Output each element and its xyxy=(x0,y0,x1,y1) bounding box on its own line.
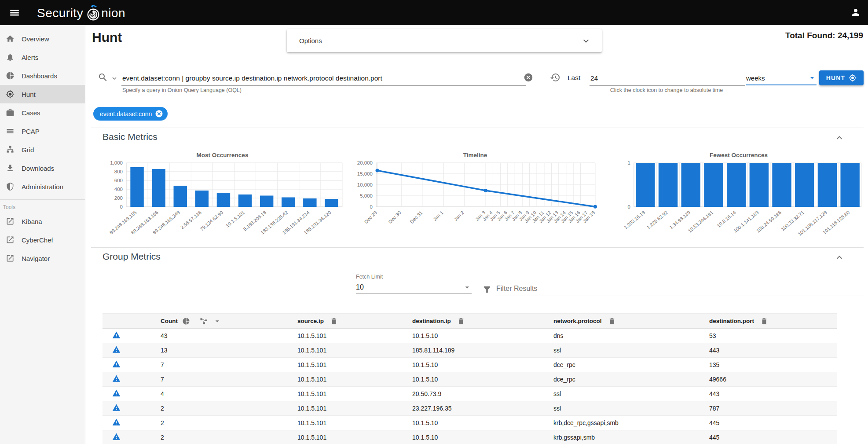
sidebar-item-pcap[interactable]: PCAP xyxy=(0,122,85,140)
cell-source-ip[interactable]: 10.1.5.101 xyxy=(297,405,412,412)
column-header-destination-ip[interactable]: destination.ip xyxy=(412,318,451,324)
time-unit-select[interactable]: weeks xyxy=(746,71,817,85)
cell-count[interactable]: 7 xyxy=(161,376,297,383)
cell-destination-port[interactable]: 787 xyxy=(709,405,837,412)
warning-triangle-icon[interactable] xyxy=(112,345,121,354)
sidebar-item-navigator[interactable]: Navigator xyxy=(0,249,85,268)
cell-destination-port[interactable]: 49666 xyxy=(709,376,837,383)
clear-query-icon[interactable] xyxy=(524,73,533,82)
cell-source-ip[interactable]: 10.1.5.101 xyxy=(297,419,412,426)
time-amount-input[interactable] xyxy=(590,71,745,86)
cell-count[interactable]: 2 xyxy=(161,434,297,441)
warning-triangle-icon[interactable] xyxy=(112,374,121,383)
warning-triangle-icon[interactable] xyxy=(112,433,121,441)
warning-triangle-icon[interactable] xyxy=(112,418,121,426)
relative-time-clock-icon[interactable] xyxy=(550,72,560,83)
cell-destination-ip[interactable]: 10.1.5.10 xyxy=(412,434,553,441)
cell-source-ip[interactable]: 10.1.5.101 xyxy=(297,390,412,397)
trash-icon[interactable] xyxy=(457,317,465,325)
cell-destination-port[interactable]: 445 xyxy=(709,419,837,426)
user-account-icon[interactable] xyxy=(850,7,861,18)
sidebar-item-cases[interactable]: Cases xyxy=(0,103,85,122)
pie-chart-toggle-icon[interactable] xyxy=(182,317,190,325)
group-metrics-collapse-icon[interactable] xyxy=(834,252,845,263)
cell-network-protocol[interactable]: dns xyxy=(553,332,709,339)
most-occurrences-chart[interactable]: Most Occurrences02004006008001,00089.248… xyxy=(103,148,342,252)
trash-icon[interactable] xyxy=(760,317,768,325)
warning-triangle-icon[interactable] xyxy=(112,389,121,397)
fetch-limit-select[interactable]: Fetch Limit 10 xyxy=(356,274,472,294)
cell-destination-ip[interactable]: 10.1.5.10 xyxy=(412,361,553,368)
options-label: Options xyxy=(299,37,322,44)
column-header-source-ip[interactable]: source.ip xyxy=(297,318,324,324)
cell-count[interactable]: 2 xyxy=(161,405,297,412)
hamburger-menu-icon[interactable] xyxy=(9,7,20,18)
sidebar-item-overview[interactable]: Overview xyxy=(0,29,85,48)
cell-network-protocol[interactable]: ssl xyxy=(553,390,709,397)
svg-text:1.34.93.139: 1.34.93.139 xyxy=(668,209,691,230)
filter-chip[interactable]: event.dataset:conn xyxy=(93,107,168,121)
sidebar-item-administration[interactable]: Administration xyxy=(0,177,85,196)
trash-icon[interactable] xyxy=(608,317,616,325)
query-history-caret-icon[interactable] xyxy=(110,74,118,82)
cell-destination-port[interactable]: 53 xyxy=(709,332,837,339)
timeline-chart[interactable]: Timeline05,00010,00015,00020,000Dec 29De… xyxy=(352,148,598,252)
sidebar-item-downloads[interactable]: Downloads xyxy=(0,159,85,177)
cell-destination-port[interactable]: 443 xyxy=(709,390,837,397)
sidebar-item-alerts[interactable]: Alerts xyxy=(0,48,85,66)
cell-destination-ip[interactable]: 10.1.5.10 xyxy=(412,419,553,426)
query-input[interactable] xyxy=(121,71,526,86)
cell-destination-port[interactable]: 445 xyxy=(709,434,837,441)
hunt-button[interactable]: HUNT xyxy=(819,70,864,85)
cell-source-ip[interactable]: 10.1.5.101 xyxy=(297,347,412,354)
chart-options-caret-icon[interactable] xyxy=(213,317,222,326)
cell-count[interactable]: 7 xyxy=(161,361,297,368)
cell-network-protocol[interactable]: krb,gssapi,smb xyxy=(553,434,709,441)
cell-network-protocol[interactable]: ssl xyxy=(553,405,709,412)
cell-source-ip[interactable]: 10.1.5.101 xyxy=(297,434,412,441)
cell-destination-ip[interactable]: 185.81.114.189 xyxy=(412,347,553,354)
warning-triangle-icon[interactable] xyxy=(112,360,121,368)
search-icon[interactable] xyxy=(98,72,108,83)
sidebar-item-kibana[interactable]: Kibana xyxy=(0,212,85,231)
cell-source-ip[interactable]: 10.1.5.101 xyxy=(297,376,412,383)
chevron-down-icon[interactable] xyxy=(581,36,591,46)
cell-destination-ip[interactable]: 10.1.5.10 xyxy=(412,332,553,339)
sidebar-item-hunt[interactable]: Hunt xyxy=(0,85,85,103)
column-header-count[interactable]: Count xyxy=(161,318,178,324)
sitemap-icon xyxy=(6,145,15,154)
basic-metrics-collapse-icon[interactable] xyxy=(834,132,845,143)
sidebar-item-grid[interactable]: Grid xyxy=(0,140,85,159)
cell-source-ip[interactable]: 10.1.5.101 xyxy=(297,361,412,368)
cell-network-protocol[interactable]: dce_rpc xyxy=(553,376,709,383)
cell-destination-ip[interactable]: 10.1.5.10 xyxy=(412,376,553,383)
column-header-destination-port[interactable]: destination.port xyxy=(709,318,754,324)
sankey-diagram-icon[interactable] xyxy=(200,317,208,325)
trash-icon[interactable] xyxy=(330,317,338,325)
filter-results-input[interactable] xyxy=(495,282,864,296)
cell-source-ip[interactable]: 10.1.5.101 xyxy=(297,332,412,339)
cell-destination-port[interactable]: 135 xyxy=(709,361,837,368)
cell-network-protocol[interactable]: ssl xyxy=(553,347,709,354)
cell-count[interactable]: 43 xyxy=(161,332,297,339)
cell-destination-ip[interactable]: 23.227.196.35 xyxy=(412,405,553,412)
svg-text:15,000: 15,000 xyxy=(357,171,373,176)
sidebar-item-cyberchef[interactable]: CyberChef xyxy=(0,231,85,249)
column-header-network-protocol[interactable]: network.protocol xyxy=(553,318,602,324)
warning-triangle-icon[interactable] xyxy=(112,331,121,339)
cell-count[interactable]: 2 xyxy=(161,419,297,426)
sidebar-item-dashboards[interactable]: Dashboards xyxy=(0,66,85,85)
brand-text-left: Security xyxy=(37,6,83,20)
cell-count[interactable]: 4 xyxy=(161,390,297,397)
cell-destination-port[interactable]: 443 xyxy=(709,347,837,354)
cell-network-protocol[interactable]: dce_rpc xyxy=(553,361,709,368)
briefcase-icon xyxy=(6,108,15,117)
hunt-button-label: HUNT xyxy=(826,74,846,81)
chip-close-icon[interactable] xyxy=(155,110,163,118)
cell-destination-ip[interactable]: 20.50.73.9 xyxy=(412,390,553,397)
warning-triangle-icon[interactable] xyxy=(112,404,121,412)
cell-network-protocol[interactable]: krb,dce_rpc,gssapi,smb xyxy=(553,419,709,426)
options-panel[interactable]: Options xyxy=(287,29,602,52)
cell-count[interactable]: 13 xyxy=(161,347,297,354)
fewest-occurrences-chart[interactable]: Fewest Occurrences011.203.16.181.226.62.… xyxy=(614,148,864,252)
